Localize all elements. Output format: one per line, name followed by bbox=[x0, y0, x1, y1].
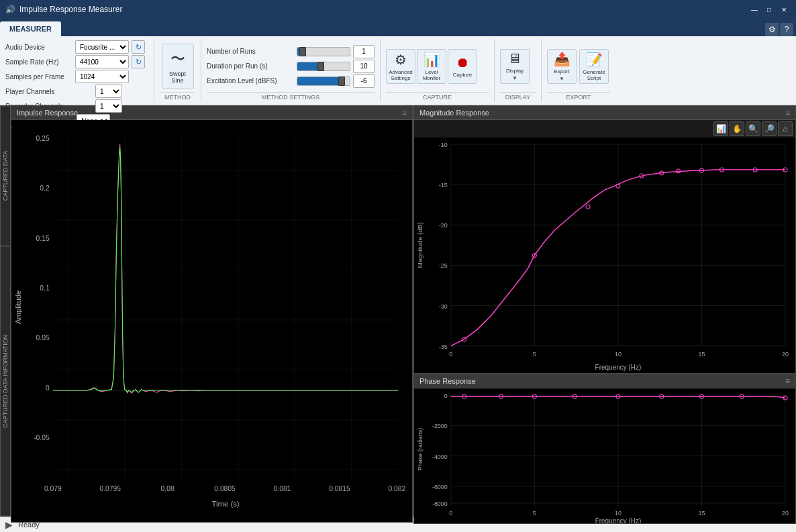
capture-group-label: CAPTURE bbox=[386, 92, 489, 101]
advanced-settings-button[interactable]: ⚙ AdvancedSettings bbox=[386, 49, 415, 84]
export-arrow: ▼ bbox=[559, 76, 564, 82]
magnitude-response-header: Magnitude Response ≡ bbox=[414, 106, 795, 120]
svg-text:0.0795: 0.0795 bbox=[99, 485, 121, 492]
plots-container: Impulse Response ≡ bbox=[11, 105, 796, 517]
svg-text:0.0805: 0.0805 bbox=[214, 485, 236, 492]
export-group: 📤 Export ▼ 📝 GenerateScript EXPORT bbox=[542, 39, 615, 102]
impulse-response-close[interactable]: ≡ bbox=[402, 108, 407, 117]
swept-sine-icon: 〜 bbox=[170, 49, 185, 69]
svg-text:Frequency (Hz): Frequency (Hz) bbox=[595, 364, 642, 371]
svg-text:-2000: -2000 bbox=[432, 423, 448, 429]
magnitude-response-panel: Magnitude Response ≡ 📊 ✋ 🔍 🔎 ⌂ bbox=[413, 105, 796, 374]
magnitude-toolbar: 📊 ✋ 🔍 🔎 ⌂ bbox=[414, 120, 795, 138]
excitation-level-text: Excitation Level (dBFS) bbox=[207, 77, 277, 85]
svg-text:-10: -10 bbox=[439, 142, 448, 148]
svg-text:5: 5 bbox=[533, 351, 536, 358]
svg-text:20: 20 bbox=[782, 510, 789, 517]
main-content: CAPTURED DATA CAPTURED DATA INFORMATION … bbox=[0, 105, 796, 517]
number-of-runs-input[interactable] bbox=[353, 45, 375, 58]
right-plot-area: Magnitude Response ≡ 📊 ✋ 🔍 🔎 ⌂ bbox=[413, 105, 796, 517]
level-monitor-label: LevelMonitor bbox=[423, 69, 441, 81]
svg-text:5: 5 bbox=[533, 510, 536, 517]
phase-response-close[interactable]: ≡ bbox=[785, 376, 790, 386]
settings-icon[interactable]: ⚙ bbox=[765, 23, 779, 36]
excitation-level-slider[interactable] bbox=[297, 76, 350, 86]
audio-device-select[interactable]: Focusrite ... bbox=[75, 40, 129, 54]
duration-per-run-input[interactable] bbox=[353, 60, 375, 73]
audio-device-label: Audio Device bbox=[5, 44, 72, 51]
method-settings-group: Number of Runs Duration per Run (s) bbox=[201, 39, 381, 102]
samples-per-frame-row: Samples per Frame 1024 bbox=[5, 70, 148, 83]
svg-text:Time (s): Time (s) bbox=[212, 500, 240, 508]
duration-per-run-slider[interactable] bbox=[297, 62, 350, 71]
sample-rate-refresh[interactable]: ↻ bbox=[132, 55, 145, 68]
advanced-settings-icon: ⚙ bbox=[395, 52, 407, 68]
export-group-label: EXPORT bbox=[547, 92, 610, 101]
impulse-response-plot[interactable]: 0.25 0.2 0.15 0.1 0.05 0 -0.05 0.079 0.0… bbox=[11, 120, 412, 522]
close-button[interactable]: ✕ bbox=[777, 3, 791, 16]
excitation-level-input[interactable] bbox=[353, 74, 375, 88]
player-channels-select[interactable]: 1 bbox=[95, 85, 122, 98]
svg-text:-35: -35 bbox=[439, 343, 448, 350]
plot-pan-icon[interactable]: ✋ bbox=[730, 121, 744, 136]
number-of-runs-row: Number of Runs bbox=[207, 45, 375, 58]
method-group-label: METHOD bbox=[160, 92, 195, 101]
captured-data-tab[interactable]: CAPTURED DATA bbox=[0, 105, 11, 246]
minimize-button[interactable]: — bbox=[748, 3, 761, 16]
sample-rate-label: Sample Rate (Hz) bbox=[5, 58, 72, 66]
plot-zoom-out-icon[interactable]: 🔎 bbox=[762, 121, 777, 136]
display-arrow: ▼ bbox=[512, 75, 517, 81]
plot-zoom-in-icon[interactable]: 🔍 bbox=[746, 121, 760, 136]
magnitude-response-plot[interactable]: -10 -15 -20 -25 -30 -35 0 5 10 15 20 bbox=[414, 138, 795, 373]
audio-device-refresh[interactable]: ↻ bbox=[132, 40, 145, 54]
export-button[interactable]: 📤 Export ▼ bbox=[547, 49, 577, 84]
phase-response-plot[interactable]: 0 -2000 -4000 -6000 -8000 0 5 10 15 20 bbox=[414, 388, 795, 523]
display-button[interactable]: 🖥 Display ▼ bbox=[500, 49, 530, 84]
svg-text:0.081: 0.081 bbox=[274, 485, 291, 492]
magnitude-response-close[interactable]: ≡ bbox=[785, 108, 790, 117]
svg-text:Phase (radians): Phase (radians) bbox=[417, 427, 424, 470]
plot-home-icon[interactable]: ⌂ bbox=[778, 121, 793, 136]
export-buttons: 📤 Export ▼ 📝 GenerateScript bbox=[547, 49, 610, 84]
captured-data-info-tab[interactable]: CAPTURED DATA INFORMATION bbox=[0, 246, 11, 517]
capture-label: Capture bbox=[453, 72, 472, 78]
left-plot-area: Impulse Response ≡ bbox=[11, 105, 413, 517]
number-of-runs-slider[interactable] bbox=[297, 47, 350, 56]
svg-text:-25: -25 bbox=[439, 262, 448, 269]
capture-button[interactable]: ⏺ Capture bbox=[448, 49, 477, 84]
impulse-response-panel: Impulse Response ≡ bbox=[11, 105, 413, 523]
app-icon: 🔊 bbox=[5, 5, 15, 14]
phase-response-header: Phase Response ≡ bbox=[414, 374, 795, 388]
capture-buttons-row: ⚙ AdvancedSettings 📊 LevelMonitor ⏺ Capt… bbox=[386, 49, 489, 84]
generate-script-button[interactable]: 📝 GenerateScript bbox=[579, 49, 609, 84]
captured-data-info-label: CAPTURED DATA INFORMATION bbox=[2, 335, 9, 428]
sample-rate-select[interactable]: 44100 bbox=[75, 55, 129, 68]
samples-per-frame-select[interactable]: 1024 bbox=[75, 70, 129, 83]
svg-text:15: 15 bbox=[699, 351, 705, 358]
help-icon[interactable]: ? bbox=[780, 23, 793, 36]
svg-text:-6000: -6000 bbox=[432, 484, 448, 490]
capture-group-content: ⚙ AdvancedSettings 📊 LevelMonitor ⏺ Capt… bbox=[386, 40, 489, 92]
recorder-channels-label: Recorder Channels bbox=[5, 103, 93, 110]
svg-text:0: 0 bbox=[449, 510, 452, 517]
svg-text:10: 10 bbox=[615, 510, 621, 517]
svg-text:0.15: 0.15 bbox=[36, 235, 50, 242]
samples-per-frame-label: Samples per Frame bbox=[5, 73, 72, 81]
number-of-runs-label: Number of Runs bbox=[207, 48, 294, 55]
svg-text:0.05: 0.05 bbox=[36, 334, 50, 341]
svg-text:0.0815: 0.0815 bbox=[329, 485, 350, 492]
recorder-channels-select[interactable]: 1 bbox=[95, 99, 122, 113]
svg-text:20: 20 bbox=[782, 351, 789, 358]
swept-sine-button[interactable]: 〜 Swept Sine bbox=[162, 44, 194, 89]
maximize-button[interactable]: □ bbox=[762, 3, 776, 16]
svg-text:-0.05: -0.05 bbox=[34, 434, 50, 441]
plot-bar-icon[interactable]: 📊 bbox=[713, 121, 728, 136]
ribbon-content: Audio Device Focusrite ... ↻ Sample Rate… bbox=[0, 36, 796, 105]
svg-text:-30: -30 bbox=[439, 303, 448, 310]
level-monitor-button[interactable]: 📊 LevelMonitor bbox=[417, 49, 446, 84]
method-group: 〜 Swept Sine METHOD bbox=[154, 39, 201, 102]
svg-text:Magnitude (dB): Magnitude (dB) bbox=[416, 222, 424, 268]
side-tabs: CAPTURED DATA CAPTURED DATA INFORMATION bbox=[0, 105, 11, 517]
display-group: 🖥 Display ▼ DISPLAY bbox=[495, 39, 542, 102]
tab-measurer[interactable]: MEASURER bbox=[0, 21, 61, 36]
